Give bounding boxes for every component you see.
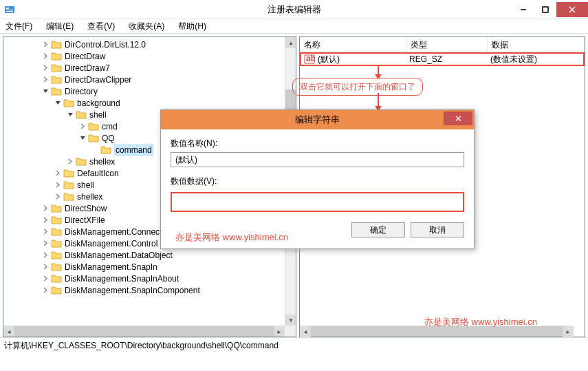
- folder-icon: [51, 262, 62, 272]
- folder-icon: [100, 145, 111, 155]
- menu-file[interactable]: 文件(F): [3, 19, 35, 34]
- tree-label: DiskManagement.SnapInComponent: [65, 286, 200, 295]
- cancel-button[interactable]: 取消: [411, 222, 464, 237]
- folder-icon: [63, 180, 74, 190]
- expander-icon[interactable]: [42, 204, 50, 212]
- scroll-left-button[interactable]: ◄: [300, 326, 311, 337]
- tree-label: background: [77, 98, 120, 108]
- menu-view[interactable]: 查看(V): [85, 19, 118, 34]
- tree-label: DirectDraw: [65, 52, 105, 61]
- expander-icon[interactable]: [42, 52, 50, 60]
- value-name-label: 数值名称(N):: [171, 138, 464, 149]
- folder-icon: [88, 122, 99, 131]
- scroll-right-button[interactable]: ►: [274, 326, 285, 337]
- tree-item[interactable]: DirectDraw7: [3, 62, 296, 74]
- scroll-right-button[interactable]: ►: [563, 326, 574, 337]
- expander-icon[interactable]: [79, 134, 87, 142]
- svg-rect-5: [543, 7, 548, 12]
- tree-label: DiskManagement.SnapIn: [65, 262, 157, 272]
- tree-label: DirectXFile: [65, 215, 105, 225]
- tree-item[interactable]: DiskManagement.SnapInComponent: [3, 284, 296, 296]
- value-data-label: 数值数据(V):: [171, 176, 464, 187]
- list-row[interactable]: ab (默认) REG_SZ (数值未设置): [300, 52, 585, 66]
- scroll-thumb[interactable]: [14, 326, 274, 337]
- close-button[interactable]: [556, 2, 588, 17]
- list-header: 名称 类型 数据: [300, 37, 585, 52]
- folder-icon: [51, 75, 62, 85]
- tree-label: DirectDraw7: [65, 63, 110, 73]
- folder-icon: [63, 192, 74, 202]
- expander-icon[interactable]: [42, 87, 50, 95]
- tree-item[interactable]: DirControl.DirList.12.0: [3, 39, 296, 50]
- expander-icon[interactable]: [42, 64, 50, 72]
- expander-icon[interactable]: [79, 123, 87, 130]
- tree-label: QQ: [102, 134, 115, 143]
- value-data-input[interactable]: [171, 192, 464, 212]
- col-data[interactable]: 数据: [488, 37, 585, 52]
- scroll-left-button[interactable]: ◄: [3, 326, 14, 337]
- svg-rect-1: [6, 8, 9, 9]
- window-title: 注册表编辑器: [268, 3, 321, 16]
- status-path: 计算机\HKEY_CLASSES_ROOT\Directory\backgrou…: [4, 341, 279, 350]
- expander-icon[interactable]: [42, 41, 50, 48]
- folder-icon: [63, 98, 74, 108]
- minimize-button[interactable]: [512, 2, 534, 17]
- dialog-titlebar[interactable]: 编辑字符串 ✕: [161, 110, 474, 129]
- tree-item[interactable]: DiskManagement.SnapInAbout: [3, 273, 296, 284]
- tree-item[interactable]: DiskManagement.SnapIn: [3, 261, 296, 273]
- maximize-button[interactable]: [534, 2, 556, 17]
- expander-icon[interactable]: [67, 111, 74, 118]
- tree-item[interactable]: Directory: [3, 85, 296, 97]
- tree-label: Directory: [65, 87, 98, 96]
- expander-icon[interactable]: [54, 193, 62, 200]
- tree-label: DiskManagement.DataObject: [65, 251, 173, 260]
- tree-label: cmd: [102, 122, 118, 131]
- expander-icon[interactable]: [42, 228, 50, 235]
- ok-button[interactable]: 确定: [351, 222, 405, 237]
- menu-help[interactable]: 帮助(H): [175, 19, 209, 34]
- tree-scrollbar-horizontal[interactable]: ◄ ►: [3, 326, 285, 337]
- col-name[interactable]: 名称: [300, 37, 406, 52]
- value-name-input[interactable]: [171, 152, 464, 167]
- expander-icon[interactable]: [54, 181, 62, 189]
- folder-icon: [51, 227, 62, 237]
- dialog-close-button[interactable]: ✕: [444, 112, 472, 125]
- expander-icon[interactable]: [42, 76, 50, 83]
- tree-item[interactable]: background: [3, 97, 296, 109]
- tree-label: DirControl.DirList.12.0: [65, 40, 146, 50]
- menu-edit[interactable]: 编辑(E): [43, 19, 76, 34]
- annotation-bubble: 双击它就可以打开下面的窗口了: [292, 78, 423, 96]
- folder-icon: [63, 169, 74, 178]
- folder-icon: [51, 251, 62, 260]
- tree-item[interactable]: DirectDraw: [3, 50, 296, 62]
- tree-label: shellex: [89, 157, 115, 167]
- folder-icon: [51, 215, 62, 225]
- tree-item[interactable]: DiskManagement.DataObject: [3, 249, 296, 261]
- folder-icon: [51, 239, 62, 248]
- folder-icon: [51, 52, 62, 61]
- expander-icon[interactable]: [67, 158, 74, 165]
- col-type[interactable]: 类型: [406, 37, 488, 52]
- expander-icon[interactable]: [54, 169, 62, 177]
- expander-icon[interactable]: [42, 216, 50, 224]
- expander-icon[interactable]: [42, 263, 50, 271]
- expander-icon[interactable]: [54, 99, 62, 107]
- menu-favorites[interactable]: 收藏夹(A): [126, 19, 167, 34]
- tree-label: shellex: [77, 192, 102, 202]
- value-type: REG_SZ: [409, 54, 490, 64]
- svg-marker-11: [375, 74, 382, 79]
- folder-icon: [51, 40, 62, 50]
- tree-label: DiskManagement.Control: [65, 239, 157, 248]
- folder-icon: [76, 157, 87, 167]
- tree-label: command: [114, 145, 153, 156]
- expander-icon[interactable]: [42, 286, 50, 294]
- value-name: (默认): [318, 54, 409, 65]
- expander-icon[interactable]: [91, 146, 99, 153]
- expander-icon[interactable]: [42, 251, 50, 259]
- scroll-down-button[interactable]: ▼: [285, 315, 296, 326]
- svg-rect-3: [6, 11, 13, 12]
- expander-icon[interactable]: [42, 275, 50, 282]
- expander-icon[interactable]: [42, 240, 50, 247]
- scroll-up-button[interactable]: ▲: [285, 37, 296, 48]
- tree-item[interactable]: DirectDrawClipper: [3, 74, 296, 85]
